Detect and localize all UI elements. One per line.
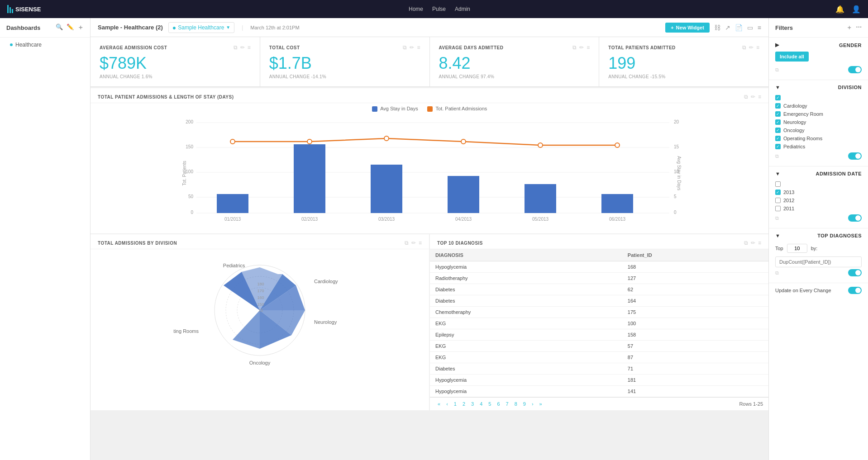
page-first[interactable]: « <box>435 400 443 408</box>
filter-gender-header[interactable]: ▶ GENDER <box>775 42 862 48</box>
export-icon[interactable]: 📄 <box>735 24 743 31</box>
field-label[interactable]: DupCount([Patient_ID]) <box>775 256 862 267</box>
edit-icon[interactable]: ✏️ <box>67 24 74 32</box>
page-1[interactable]: 1 <box>452 400 459 408</box>
division-emergency-row[interactable]: ✓ Emergency Room <box>775 110 862 118</box>
date-2013-row[interactable]: ✓ 2013 <box>775 188 862 196</box>
division-pediatrics-row[interactable]: ✓ Pediatrics <box>775 142 862 151</box>
division-operating-row[interactable]: ✓ Operating Rooms <box>775 134 862 142</box>
page-9[interactable]: 9 <box>521 400 528 408</box>
division-cardiology-row[interactable]: ✓ Cardiology <box>775 102 862 110</box>
page-next[interactable]: › <box>529 400 536 408</box>
filter-top-diag-header[interactable]: ▼ TOP DIAGNOSES <box>775 233 862 238</box>
division-cardiology-checkbox[interactable]: ✓ <box>775 103 781 109</box>
nav-admin[interactable]: Admin <box>455 6 470 12</box>
division-all-checkbox[interactable]: ✓ <box>775 95 781 100</box>
gender-toggle[interactable] <box>848 66 862 73</box>
more-icon[interactable]: ≡ <box>419 240 422 246</box>
search-icon[interactable]: 🔍 <box>56 24 63 32</box>
copy-icon[interactable]: ⧉ <box>403 44 407 51</box>
page-2[interactable]: 2 <box>460 400 467 408</box>
table-row[interactable]: Diabetes71 <box>430 363 768 375</box>
svg-text:200: 200 <box>186 119 193 124</box>
page-5[interactable]: 5 <box>486 400 493 408</box>
top-value-input[interactable] <box>787 244 807 253</box>
division-all-check[interactable]: ✓ <box>775 94 862 102</box>
table-row[interactable]: EKG87 <box>430 352 768 363</box>
table-row[interactable]: EKG100 <box>430 318 768 329</box>
date-2011-row[interactable]: 2011 <box>775 204 862 213</box>
share-icon[interactable]: ↗ <box>725 24 730 31</box>
notification-icon[interactable]: 🔔 <box>835 5 844 14</box>
new-widget-button[interactable]: + New Widget <box>665 23 710 33</box>
edit-icon[interactable]: ✏ <box>751 94 755 100</box>
date-2013-checkbox[interactable]: ✓ <box>775 190 781 195</box>
page-3[interactable]: 3 <box>469 400 476 408</box>
page-prev[interactable]: ‹ <box>444 400 450 408</box>
add-icon[interactable]: ＋ <box>77 24 84 32</box>
division-oncology-checkbox[interactable]: ✓ <box>775 128 781 133</box>
table-row[interactable]: Diabetes164 <box>430 295 768 307</box>
menu-icon[interactable]: ≡ <box>758 24 761 31</box>
filter-division-header[interactable]: ▼ DIVISION <box>775 85 862 90</box>
division-toggle[interactable] <box>848 152 862 160</box>
nav-pulse[interactable]: Pulse <box>432 6 446 12</box>
copy-icon[interactable]: ⧉ <box>405 240 409 246</box>
nav-home[interactable]: Home <box>409 6 423 12</box>
table-row[interactable]: Chemotheraphy175 <box>430 307 768 318</box>
link-icon[interactable]: ⛓ <box>714 24 720 31</box>
page-last[interactable]: » <box>537 400 544 408</box>
date-toggle[interactable] <box>848 214 862 222</box>
table-row[interactable]: Radiotheraphy127 <box>430 273 768 284</box>
datasource-selector[interactable]: ● Sample Healthcare ▼ <box>168 22 234 33</box>
page-6[interactable]: 6 <box>495 400 502 408</box>
update-toggle[interactable] <box>848 287 862 294</box>
filter-date-header[interactable]: ▼ ADMISSION DATE <box>775 171 862 176</box>
copy-icon[interactable]: ⧉ <box>234 44 238 51</box>
date-2012-row[interactable]: 2012 <box>775 196 862 204</box>
copy-icon[interactable]: ⧉ <box>744 240 748 246</box>
sidebar-item-healthcare[interactable]: Healthcare <box>0 38 90 52</box>
division-emergency-checkbox[interactable]: ✓ <box>775 111 781 117</box>
edit-icon[interactable]: ✏ <box>411 240 416 246</box>
more-icon[interactable]: ≡ <box>248 44 251 51</box>
more-icon[interactable]: ≡ <box>756 44 759 51</box>
table-row[interactable]: Hypoglycemia181 <box>430 375 768 386</box>
more-icon[interactable]: ≡ <box>587 44 590 51</box>
division-pediatrics-checkbox[interactable]: ✓ <box>775 144 781 149</box>
more-icon[interactable]: ≡ <box>758 94 761 100</box>
date-all-row[interactable] <box>775 180 862 188</box>
copy-icon[interactable]: ⧉ <box>572 44 577 51</box>
division-neurology-row[interactable]: ✓ Neurology <box>775 118 862 126</box>
edit-icon[interactable]: ✏ <box>751 240 755 246</box>
edit-icon[interactable]: ✏ <box>579 44 584 51</box>
more-icon[interactable]: ≡ <box>758 240 761 246</box>
top-diag-toggle[interactable] <box>848 269 862 276</box>
edit-icon[interactable]: ✏ <box>410 44 414 51</box>
copy-icon[interactable]: ⧉ <box>742 44 746 51</box>
date-2011-checkbox[interactable] <box>775 206 781 211</box>
date-all-checkbox[interactable] <box>775 181 781 187</box>
table-row[interactable]: Diabetes62 <box>430 284 768 295</box>
page-7[interactable]: 7 <box>504 400 511 408</box>
division-oncology-row[interactable]: ✓ Oncology <box>775 126 862 134</box>
add-filter-icon[interactable]: ＋ <box>846 24 852 32</box>
table-row[interactable]: Hypoglycemia168 <box>430 261 768 273</box>
table-row[interactable]: Epilepsy158 <box>430 329 768 341</box>
pagination[interactable]: « ‹ 1 2 3 4 5 6 7 8 9 › » <box>435 400 544 408</box>
edit-icon[interactable]: ✏ <box>240 44 245 51</box>
more-icon[interactable]: ≡ <box>417 44 420 51</box>
division-neurology-checkbox[interactable]: ✓ <box>775 119 781 125</box>
view-icon[interactable]: ▭ <box>747 24 753 31</box>
include-all-button[interactable]: Include all <box>775 52 809 62</box>
user-icon[interactable]: 👤 <box>852 5 861 14</box>
copy-icon[interactable]: ⧉ <box>744 94 748 100</box>
more-filters-icon[interactable]: ⋯ <box>856 24 862 32</box>
date-2012-checkbox[interactable] <box>775 198 781 203</box>
edit-icon[interactable]: ✏ <box>749 44 754 51</box>
table-row[interactable]: EKG57 <box>430 341 768 352</box>
page-8[interactable]: 8 <box>512 400 520 408</box>
division-operating-checkbox[interactable]: ✓ <box>775 136 781 141</box>
table-row[interactable]: Hypoglycemia141 <box>430 386 768 397</box>
page-4[interactable]: 4 <box>477 400 485 408</box>
